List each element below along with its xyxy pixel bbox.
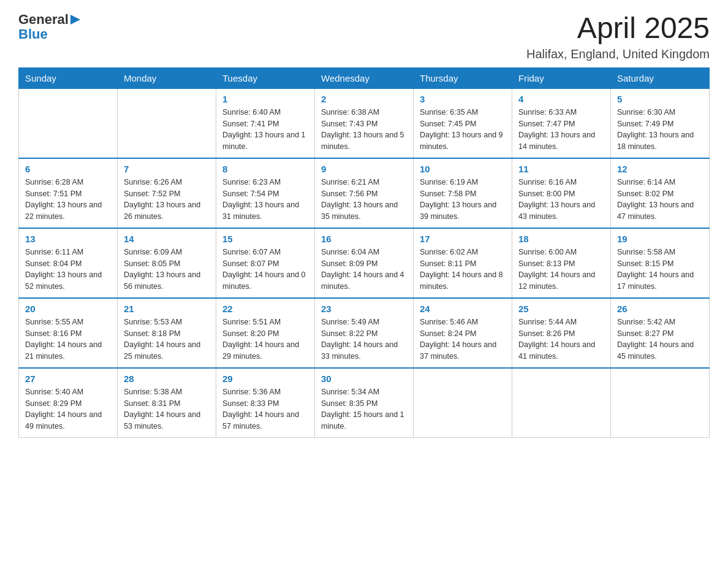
day-number: 2 <box>321 94 407 104</box>
calendar-day-header: Monday <box>118 67 216 88</box>
calendar-day-cell: 11 Sunrise: 6:16 AMSunset: 8:00 PMDaylig… <box>512 158 611 228</box>
calendar-day-cell: 12 Sunrise: 6:14 AMSunset: 8:02 PMDaylig… <box>611 158 710 228</box>
calendar-day-cell: 4 Sunrise: 6:33 AMSunset: 7:47 PMDayligh… <box>512 88 611 158</box>
day-number: 15 <box>222 234 308 244</box>
page-header: General Blue April 2025 Halifax, England… <box>18 12 710 61</box>
calendar-day-cell: 8 Sunrise: 6:23 AMSunset: 7:54 PMDayligh… <box>216 158 315 228</box>
calendar-day-cell: 7 Sunrise: 6:26 AMSunset: 7:52 PMDayligh… <box>118 158 216 228</box>
day-number: 8 <box>222 164 308 174</box>
calendar-week-row: 27 Sunrise: 5:40 AMSunset: 8:29 PMDaylig… <box>19 368 710 438</box>
logo-blue: Blue <box>18 27 80 42</box>
day-number: 29 <box>222 373 308 384</box>
day-number: 10 <box>420 164 506 174</box>
calendar-day-header: Saturday <box>611 67 710 88</box>
day-info: Sunrise: 6:07 AMSunset: 8:07 PMDaylight:… <box>222 247 308 293</box>
day-info: Sunrise: 6:26 AMSunset: 7:52 PMDaylight:… <box>124 177 210 223</box>
day-info: Sunrise: 6:28 AMSunset: 7:51 PMDaylight:… <box>25 177 111 223</box>
calendar-day-cell: 30 Sunrise: 5:34 AMSunset: 8:35 PMDaylig… <box>315 368 414 438</box>
calendar-day-header: Sunday <box>19 67 118 88</box>
logo-arrow-icon <box>70 15 80 25</box>
day-number: 30 <box>321 373 407 384</box>
day-info: Sunrise: 5:55 AMSunset: 8:16 PMDaylight:… <box>25 316 111 362</box>
calendar-day-cell: 24 Sunrise: 5:46 AMSunset: 8:24 PMDaylig… <box>414 298 512 368</box>
day-info: Sunrise: 5:40 AMSunset: 8:29 PMDaylight:… <box>25 386 111 432</box>
day-info: Sunrise: 6:14 AMSunset: 8:02 PMDaylight:… <box>617 177 703 223</box>
calendar-day-cell: 6 Sunrise: 6:28 AMSunset: 7:51 PMDayligh… <box>19 158 118 228</box>
day-number: 11 <box>518 164 604 174</box>
calendar-day-cell: 29 Sunrise: 5:36 AMSunset: 8:33 PMDaylig… <box>216 368 315 438</box>
calendar-day-cell <box>414 368 512 438</box>
day-info: Sunrise: 5:38 AMSunset: 8:31 PMDaylight:… <box>124 386 210 432</box>
calendar-table: SundayMondayTuesdayWednesdayThursdayFrid… <box>18 67 710 438</box>
calendar-day-header: Thursday <box>414 67 512 88</box>
day-info: Sunrise: 5:46 AMSunset: 8:24 PMDaylight:… <box>420 316 506 362</box>
calendar-day-cell <box>611 368 710 438</box>
day-number: 22 <box>222 304 308 314</box>
calendar-day-cell: 23 Sunrise: 5:49 AMSunset: 8:22 PMDaylig… <box>315 298 414 368</box>
day-number: 25 <box>518 304 604 314</box>
svg-marker-0 <box>70 15 80 25</box>
day-info: Sunrise: 6:23 AMSunset: 7:54 PMDaylight:… <box>222 177 308 223</box>
day-info: Sunrise: 6:30 AMSunset: 7:49 PMDaylight:… <box>617 107 703 153</box>
day-number: 18 <box>518 234 604 244</box>
calendar-day-cell: 17 Sunrise: 6:02 AMSunset: 8:11 PMDaylig… <box>414 228 512 298</box>
calendar-day-cell: 22 Sunrise: 5:51 AMSunset: 8:20 PMDaylig… <box>216 298 315 368</box>
calendar-week-row: 1 Sunrise: 6:40 AMSunset: 7:41 PMDayligh… <box>19 88 710 158</box>
day-number: 24 <box>420 304 506 314</box>
day-info: Sunrise: 5:53 AMSunset: 8:18 PMDaylight:… <box>124 316 210 362</box>
calendar-day-header: Tuesday <box>216 67 315 88</box>
location-subtitle: Halifax, England, United Kingdom <box>526 47 710 61</box>
calendar-day-cell: 18 Sunrise: 6:00 AMSunset: 8:13 PMDaylig… <box>512 228 611 298</box>
day-number: 23 <box>321 304 407 314</box>
day-info: Sunrise: 5:51 AMSunset: 8:20 PMDaylight:… <box>222 316 308 362</box>
day-number: 21 <box>124 304 210 314</box>
day-info: Sunrise: 6:21 AMSunset: 7:56 PMDaylight:… <box>321 177 407 223</box>
logo-general: General <box>18 12 69 27</box>
day-number: 20 <box>25 304 111 314</box>
day-info: Sunrise: 6:04 AMSunset: 8:09 PMDaylight:… <box>321 247 407 293</box>
calendar-day-cell: 16 Sunrise: 6:04 AMSunset: 8:09 PMDaylig… <box>315 228 414 298</box>
calendar-day-cell: 2 Sunrise: 6:38 AMSunset: 7:43 PMDayligh… <box>315 88 414 158</box>
day-info: Sunrise: 6:19 AMSunset: 7:58 PMDaylight:… <box>420 177 506 223</box>
calendar-day-cell: 21 Sunrise: 5:53 AMSunset: 8:18 PMDaylig… <box>118 298 216 368</box>
day-info: Sunrise: 6:40 AMSunset: 7:41 PMDaylight:… <box>222 107 308 153</box>
calendar-day-cell <box>512 368 611 438</box>
day-info: Sunrise: 6:11 AMSunset: 8:04 PMDaylight:… <box>25 247 111 293</box>
day-number: 19 <box>617 234 703 244</box>
day-info: Sunrise: 6:02 AMSunset: 8:11 PMDaylight:… <box>420 247 506 293</box>
calendar-week-row: 6 Sunrise: 6:28 AMSunset: 7:51 PMDayligh… <box>19 158 710 228</box>
title-area: April 2025 Halifax, England, United King… <box>526 12 710 61</box>
calendar-day-cell <box>118 88 216 158</box>
day-number: 28 <box>124 373 210 384</box>
day-info: Sunrise: 6:35 AMSunset: 7:45 PMDaylight:… <box>420 107 506 153</box>
day-number: 7 <box>124 164 210 174</box>
day-number: 12 <box>617 164 703 174</box>
calendar-day-cell: 13 Sunrise: 6:11 AMSunset: 8:04 PMDaylig… <box>19 228 118 298</box>
day-info: Sunrise: 6:00 AMSunset: 8:13 PMDaylight:… <box>518 247 604 293</box>
day-info: Sunrise: 5:58 AMSunset: 8:15 PMDaylight:… <box>617 247 703 293</box>
day-info: Sunrise: 5:42 AMSunset: 8:27 PMDaylight:… <box>617 316 703 362</box>
logo-container: General Blue <box>18 12 80 42</box>
month-title: April 2025 <box>526 12 710 45</box>
calendar-day-cell <box>19 88 118 158</box>
day-number: 17 <box>420 234 506 244</box>
calendar-day-cell: 15 Sunrise: 6:07 AMSunset: 8:07 PMDaylig… <box>216 228 315 298</box>
calendar-day-cell: 10 Sunrise: 6:19 AMSunset: 7:58 PMDaylig… <box>414 158 512 228</box>
day-number: 14 <box>124 234 210 244</box>
day-number: 3 <box>420 94 506 104</box>
day-info: Sunrise: 6:09 AMSunset: 8:05 PMDaylight:… <box>124 247 210 293</box>
calendar-header-row: SundayMondayTuesdayWednesdayThursdayFrid… <box>19 67 710 88</box>
day-info: Sunrise: 5:36 AMSunset: 8:33 PMDaylight:… <box>222 386 308 432</box>
logo: General Blue <box>18 12 80 42</box>
calendar-day-cell: 26 Sunrise: 5:42 AMSunset: 8:27 PMDaylig… <box>611 298 710 368</box>
day-number: 26 <box>617 304 703 314</box>
calendar-day-cell: 3 Sunrise: 6:35 AMSunset: 7:45 PMDayligh… <box>414 88 512 158</box>
day-info: Sunrise: 6:38 AMSunset: 7:43 PMDaylight:… <box>321 107 407 153</box>
calendar-day-cell: 20 Sunrise: 5:55 AMSunset: 8:16 PMDaylig… <box>19 298 118 368</box>
calendar-day-cell: 25 Sunrise: 5:44 AMSunset: 8:26 PMDaylig… <box>512 298 611 368</box>
day-number: 16 <box>321 234 407 244</box>
calendar-day-cell: 28 Sunrise: 5:38 AMSunset: 8:31 PMDaylig… <box>118 368 216 438</box>
day-info: Sunrise: 5:49 AMSunset: 8:22 PMDaylight:… <box>321 316 407 362</box>
day-number: 9 <box>321 164 407 174</box>
day-number: 1 <box>222 94 308 104</box>
